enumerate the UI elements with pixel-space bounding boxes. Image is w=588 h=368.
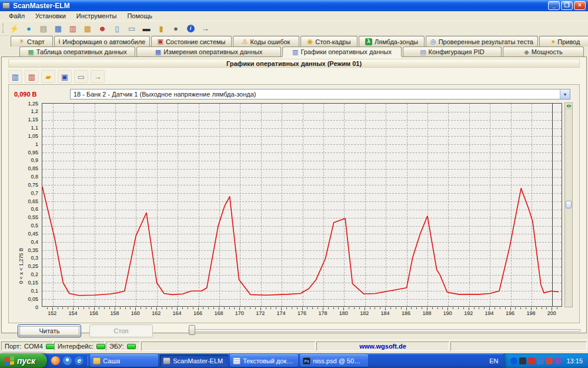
battery-button[interactable]: ▮ xyxy=(154,22,168,35)
menu-item-1[interactable]: Установки xyxy=(30,12,71,20)
windows-logo-icon xyxy=(5,356,14,365)
vertical-scrollbar[interactable] xyxy=(564,102,573,307)
tab-label: Стоп-кадры xyxy=(315,38,350,45)
display-tray-icon[interactable] xyxy=(537,357,544,364)
usb-tray-icon[interactable] xyxy=(519,357,526,364)
open-icon: ▰ xyxy=(45,73,51,81)
user-button[interactable]: ☻ xyxy=(95,22,109,35)
y-tick-label: 0,25 xyxy=(12,263,38,269)
tab-row-live-data: ▦Таблица оперативных данных▦Измерения оп… xyxy=(19,47,584,57)
image-button[interactable]: ▩ xyxy=(81,22,95,35)
browser-icon[interactable] xyxy=(51,356,60,365)
x-major-tick xyxy=(385,307,386,310)
x-minor-tick xyxy=(224,307,225,309)
security-tray-icon[interactable] xyxy=(528,357,535,364)
chevron-down-icon[interactable]: ▼ xyxy=(560,89,570,99)
print-button[interactable]: ▭ xyxy=(74,70,88,83)
taskbar-task-3[interactable]: Psniss.psd @ 50% (Сло... xyxy=(300,354,368,367)
x-minor-tick xyxy=(375,307,375,309)
ie-icon[interactable]: e xyxy=(75,356,83,365)
menu-item-0[interactable]: Файл xyxy=(4,12,30,20)
export-button[interactable]: → xyxy=(91,70,105,83)
x-minor-tick xyxy=(286,307,287,309)
bluetooth-tray-icon[interactable] xyxy=(510,357,517,364)
x-tick-label: 174 xyxy=(272,310,290,316)
add-graph-button[interactable]: ▥ xyxy=(8,70,22,83)
tab-live-data-measurements[interactable]: ▦Измерения оперативных данных xyxy=(136,47,281,57)
close-button[interactable]: × xyxy=(574,1,586,10)
menu-item-2[interactable]: Инструменты xyxy=(71,12,122,20)
read-button[interactable]: Читать xyxy=(18,324,81,337)
connect-button[interactable]: ⚡ xyxy=(7,22,21,35)
x-minor-tick xyxy=(370,307,370,309)
x-minor-tick xyxy=(349,307,349,309)
x-tick-label: 170 xyxy=(230,310,248,316)
tab-system-status[interactable]: ▣Состояние системы xyxy=(151,36,232,47)
tab-power[interactable]: ◆Мощность xyxy=(503,47,584,57)
x-minor-tick xyxy=(297,307,298,309)
x-minor-tick xyxy=(266,307,266,309)
vehicle-info-icon: i xyxy=(59,38,60,45)
tab-live-data-table[interactable]: ▦Таблица оперативных данных xyxy=(19,47,135,57)
stop-button[interactable]: Стоп xyxy=(89,324,153,337)
tab-actuator[interactable]: ●Привод xyxy=(539,36,588,47)
clipboard-button[interactable]: ▯ xyxy=(110,22,124,35)
chrome-icon[interactable] xyxy=(63,356,72,365)
globe-button[interactable]: ● xyxy=(22,22,36,35)
quick-launch: e xyxy=(51,356,83,365)
tab-live-data-graphs[interactable]: ▥Графики оперативных данных xyxy=(282,47,402,57)
open-button[interactable]: ▰ xyxy=(41,70,55,83)
disc-button[interactable]: ● xyxy=(169,22,183,35)
exit-button[interactable]: → xyxy=(198,22,212,35)
minimize-button[interactable]: _ xyxy=(548,1,560,10)
info-button[interactable]: i xyxy=(183,22,198,35)
x-minor-tick xyxy=(213,307,214,309)
language-indicator[interactable]: EN xyxy=(484,357,503,364)
horizontal-scroll-thumb[interactable] xyxy=(189,325,195,335)
scrollbar-arrows-icon[interactable] xyxy=(565,103,572,109)
x-tick-label: 162 xyxy=(148,310,165,316)
taskbar-task-0[interactable]: Саша xyxy=(90,354,158,367)
menu-item-3[interactable]: Помощь xyxy=(122,12,158,20)
x-major-tick xyxy=(510,307,511,310)
x-minor-tick xyxy=(411,307,412,309)
start-button[interactable]: пуск xyxy=(0,353,47,368)
remove-graph-button[interactable]: ▥ xyxy=(25,70,39,83)
tab-start[interactable]: ☀Старт xyxy=(11,36,53,47)
tab-test-results[interactable]: ◎Проверенные результаты теста xyxy=(426,36,538,47)
messenger-tray-icon[interactable] xyxy=(554,357,562,364)
tab-lambda-sensors[interactable]: λЛямбда-зонды xyxy=(359,36,425,47)
data-table-button[interactable]: ▦ xyxy=(51,22,65,35)
x-minor-tick xyxy=(89,307,89,309)
x-minor-tick xyxy=(437,307,438,309)
x-major-tick xyxy=(219,307,219,310)
x-minor-tick xyxy=(396,307,396,309)
y-tick-label: 0,55 xyxy=(12,214,38,220)
graph-window-button[interactable]: ▥ xyxy=(66,22,80,35)
taskbar-task-1[interactable]: ScanMaster-ELM xyxy=(160,354,228,367)
message-button[interactable]: ▭ xyxy=(125,22,139,35)
monitor-button[interactable]: ▬ xyxy=(139,22,153,35)
save-button[interactable]: ▣ xyxy=(58,70,72,83)
tab-label: Коды ошибок xyxy=(250,38,290,45)
x-tick-label: 178 xyxy=(314,310,332,316)
tab-error-codes[interactable]: ⚠Коды ошибок xyxy=(233,36,299,47)
x-minor-tick xyxy=(68,307,68,309)
x-major-tick xyxy=(135,307,136,310)
vertical-scrollbar-thumb[interactable] xyxy=(566,201,572,208)
restore-button[interactable]: ❐ xyxy=(561,1,573,10)
tab-pid-config[interactable]: ▤Конфигурация PID xyxy=(403,47,502,57)
info-icon: i xyxy=(187,25,195,32)
x-major-tick xyxy=(52,307,53,310)
x-tick-label: 200 xyxy=(543,310,560,316)
x-minor-tick xyxy=(546,307,547,309)
tab-vehicle-info[interactable]: iИнформация о автомобиле xyxy=(54,36,150,47)
horizontal-scroll-track[interactable] xyxy=(188,329,581,331)
pid-selector[interactable]: 18 - Банк 2 - Датчик 1 (Выходное напряже… xyxy=(70,89,570,100)
antivirus-tray-icon[interactable] xyxy=(546,357,553,364)
report-button[interactable]: ▤ xyxy=(36,22,51,35)
x-minor-tick xyxy=(312,307,313,309)
x-tick-label: 160 xyxy=(126,310,144,316)
taskbar-task-2[interactable]: Текстовый докумен... xyxy=(230,354,298,367)
tab-freeze-frames[interactable]: ◉Стоп-кадры xyxy=(300,36,358,47)
